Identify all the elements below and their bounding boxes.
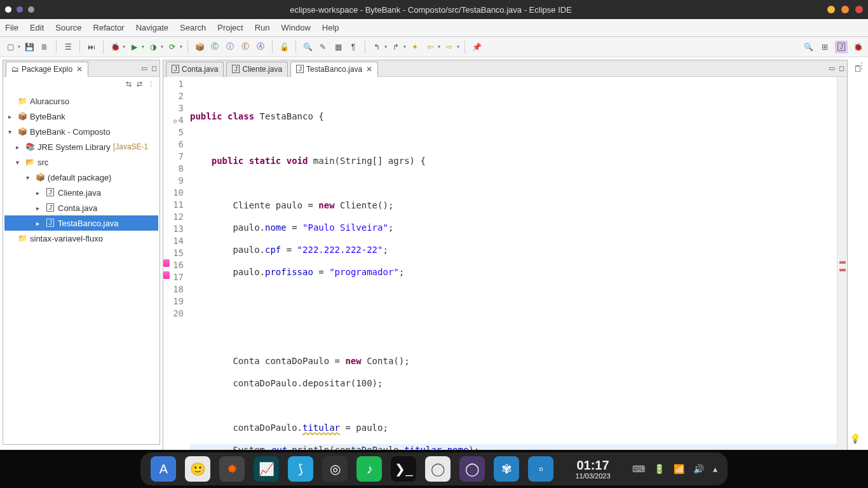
code-editor[interactable]: 123⊖4567891011121314151617181920 public … — [163, 77, 847, 488]
new-interface-icon[interactable]: Ⓘ — [224, 41, 236, 53]
menu-project[interactable]: Project — [217, 23, 243, 32]
minimize-button[interactable] — [827, 6, 835, 13]
java-perspective-icon[interactable]: 🄹 — [835, 41, 848, 53]
dock-terminal-icon[interactable]: ❯_ — [391, 456, 416, 482]
trim-overflow-icon[interactable]: ⋮ — [858, 61, 865, 70]
menu-window[interactable]: Window — [281, 23, 311, 32]
debug-icon[interactable]: 🐞 — [109, 41, 121, 53]
tree-item[interactable]: ▸📚JRE System Library [JavaSE-1 — [4, 139, 158, 154]
minimize-view-icon[interactable]: ▭ — [141, 64, 147, 72]
run-last-icon[interactable]: ⟳ — [166, 41, 179, 53]
error-marker-icon[interactable] — [163, 271, 170, 279]
package-tree[interactable]: 📁Aluracurso▸📦ByteBank▾📦ByteBank - Compos… — [3, 91, 159, 248]
menu-edit[interactable]: Edit — [30, 23, 44, 32]
editor-tab-conta[interactable]: 🄹 Conta.java — [166, 62, 224, 77]
new-icon[interactable]: ▢ — [4, 41, 17, 53]
dock-clock[interactable]: 01:17 11/03/2023 — [575, 458, 610, 480]
pin-editor-icon[interactable]: 📌 — [470, 41, 483, 53]
error-marker-icon[interactable] — [163, 259, 170, 267]
maximize-view-icon[interactable]: ◻ — [839, 64, 844, 72]
toggle-mark-icon[interactable]: ✎ — [316, 41, 329, 53]
coverage-icon[interactable]: ◑ — [147, 41, 159, 53]
last-edit-icon[interactable]: ✦ — [409, 41, 421, 53]
dock-spotify-icon[interactable]: ♪ — [356, 456, 382, 482]
menu-refactor[interactable]: Refactor — [93, 23, 125, 32]
keyboard-icon[interactable]: ⌨ — [632, 464, 645, 474]
quick-access-icon[interactable]: 🔍 — [802, 41, 815, 53]
volume-icon[interactable]: 🔊 — [693, 464, 704, 474]
line-number-gutter[interactable]: 123⊖4567891011121314151617181920 — [163, 77, 187, 488]
dock-eclipse-active-icon[interactable]: ◯ — [459, 456, 485, 482]
package-explorer-tab[interactable]: 🗂 Package Explo ✕ — [6, 62, 88, 77]
dot-icon — [5, 6, 11, 13]
tree-item[interactable]: ▸📦ByteBank — [4, 109, 158, 124]
java-file-icon: 🄹 — [172, 65, 179, 74]
search-icon[interactable]: 🔍 — [301, 41, 314, 53]
editor-tab-testabanco[interactable]: 🄹 TestaBanco.java ✕ — [290, 62, 378, 77]
debug-perspective-icon[interactable]: 🐞 — [851, 41, 864, 53]
tree-item[interactable]: ▾📦ByteBank - Composto — [4, 124, 158, 139]
show-whitespace-icon[interactable]: ¶ — [347, 41, 360, 53]
prev-annotation-icon[interactable]: ↰ — [370, 41, 383, 53]
new-annotation-icon[interactable]: Ⓐ — [254, 41, 267, 53]
skip-breakpoints-icon[interactable]: ⏭ — [85, 41, 98, 53]
back-icon[interactable]: ⇦ — [424, 41, 437, 53]
close-icon[interactable]: ✕ — [366, 65, 372, 74]
dock-brave-icon[interactable]: ✸ — [219, 456, 245, 482]
tree-item[interactable]: ▾📂src — [4, 154, 158, 170]
new-class-icon[interactable]: Ⓒ — [208, 41, 221, 53]
package-explorer-icon: 🗂 — [11, 65, 19, 74]
package-explorer-view: 🗂 Package Explo ✕ ▭ ◻ ⇆ ⇄ ⋮ 📁Aluracurso▸… — [3, 60, 160, 445]
menu-navigate[interactable]: Navigate — [136, 23, 168, 32]
tree-item[interactable]: 📁Aluracurso — [4, 93, 158, 109]
tree-item[interactable]: ▾📦(default package) — [4, 170, 158, 185]
open-perspective-icon[interactable]: ⊞ — [818, 41, 831, 53]
code-content[interactable]: public class TestaBanco { public static … — [187, 77, 837, 488]
maximize-view-icon[interactable]: ◻ — [151, 64, 157, 72]
overview-error-icon[interactable] — [839, 269, 846, 271]
run-icon[interactable]: ▶ — [128, 41, 140, 53]
dock-app-icon[interactable]: ⟆ — [288, 456, 313, 482]
overview-ruler[interactable] — [837, 77, 847, 488]
dock-app-icon[interactable]: ▫ — [528, 456, 553, 482]
new-package-icon[interactable]: 📦 — [193, 41, 206, 53]
editor-tab-cliente[interactable]: 🄹 Cliente.java — [226, 62, 288, 77]
menu-help[interactable]: Help — [322, 23, 339, 32]
chevron-up-icon[interactable]: ▴ — [713, 464, 717, 474]
wifi-icon[interactable]: 📶 — [674, 464, 684, 474]
overview-error-icon[interactable] — [839, 261, 846, 264]
dock-app-icon[interactable]: A — [151, 456, 176, 482]
battery-icon[interactable]: 🔋 — [654, 464, 665, 474]
link-editor-icon[interactable]: ⇄ — [137, 80, 142, 88]
open-type-icon[interactable]: 🔓 — [278, 41, 290, 53]
dock-obs-icon[interactable]: ✾ — [494, 456, 519, 482]
new-enum-icon[interactable]: Ⓔ — [239, 41, 252, 53]
forward-icon[interactable]: ⇨ — [443, 41, 456, 53]
editor-tab-label: Conta.java — [182, 65, 218, 74]
menu-source[interactable]: Source — [55, 23, 81, 32]
minimize-view-icon[interactable]: ▭ — [829, 64, 835, 72]
tip-bulb-icon[interactable]: 💡 — [850, 433, 860, 444]
maximize-button[interactable] — [841, 6, 849, 13]
save-all-icon[interactable]: 🗎 — [38, 41, 51, 53]
menu-run[interactable]: Run — [255, 23, 270, 32]
tree-item[interactable]: 📁sintax-variavel-fluxo — [4, 231, 158, 246]
menu-search[interactable]: Search — [180, 23, 206, 32]
tree-item[interactable]: ▸🄹Conta.java — [4, 200, 158, 215]
menu-file[interactable]: File — [5, 23, 18, 32]
toggle-block-icon[interactable]: ▦ — [332, 41, 344, 53]
close-button[interactable] — [855, 6, 863, 13]
collapse-all-icon[interactable]: ⇆ — [126, 80, 132, 88]
dock-settings-icon[interactable]: ◎ — [322, 456, 348, 482]
dock-monitor-icon[interactable]: 📈 — [254, 456, 279, 482]
dock-eclipse-icon[interactable]: ◯ — [425, 456, 451, 482]
window-controls — [827, 6, 863, 13]
dock-files-icon[interactable]: 🙂 — [185, 456, 210, 482]
save-icon[interactable]: 💾 — [23, 41, 36, 53]
toggle-breadcrumb-icon[interactable]: ☰ — [62, 41, 74, 53]
view-menu-icon[interactable]: ⋮ — [147, 80, 154, 88]
tree-item[interactable]: ▸🄹Cliente.java — [4, 185, 158, 200]
tree-item[interactable]: ▸🄹TestaBanco.java — [4, 215, 158, 231]
next-annotation-icon[interactable]: ↱ — [390, 41, 402, 53]
close-icon[interactable]: ✕ — [76, 65, 83, 74]
